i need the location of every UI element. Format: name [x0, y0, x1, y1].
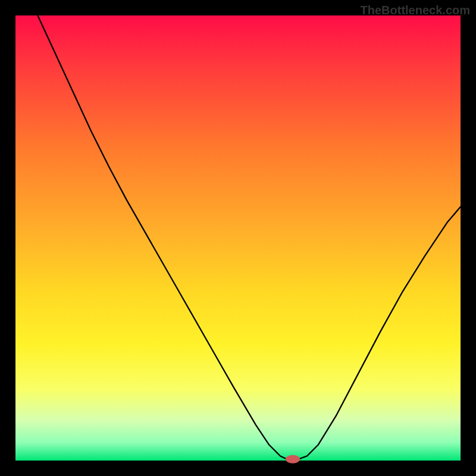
watermark-text: TheBottleneck.com	[361, 4, 470, 17]
chart-container: TheBottleneck.com	[0, 0, 476, 476]
bottleneck-chart	[0, 0, 476, 476]
optimal-point-marker	[286, 455, 300, 464]
